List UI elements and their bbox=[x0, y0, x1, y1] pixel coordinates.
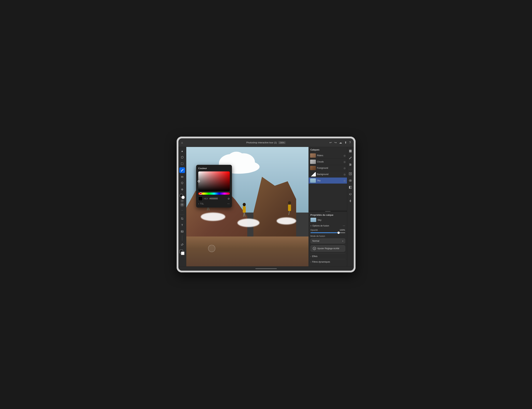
doc-title: Photoshop interactive tour (1) bbox=[246, 141, 277, 144]
layer-visibility-clouds[interactable]: ◎ bbox=[343, 161, 346, 163]
blend-mode-value: Normal bbox=[313, 240, 319, 242]
image-tool[interactable] bbox=[179, 229, 185, 234]
blend-options-label: Options de fusion bbox=[313, 225, 329, 227]
layer-item-riders[interactable]: Riders ◎ bbox=[309, 153, 347, 159]
color-preview-box[interactable] bbox=[198, 196, 203, 201]
svg-rect-0 bbox=[181, 163, 183, 165]
eyedropper-tool[interactable] bbox=[179, 242, 185, 248]
color-picker-panel: Couleur HEX #000000 ⊘ › bbox=[196, 165, 232, 208]
blend-options-more[interactable]: ··· bbox=[343, 224, 345, 227]
canvas-area[interactable]: Couleur HEX #000000 ⊘ › bbox=[186, 147, 308, 266]
eraser-tool[interactable] bbox=[179, 174, 185, 180]
hex-row: HEX #000000 ⊘ bbox=[198, 196, 230, 201]
layers-title: Calques bbox=[311, 148, 320, 151]
layer-thumb-foreground bbox=[310, 166, 316, 170]
layer-item-foreground[interactable]: Foreground ◎ bbox=[309, 165, 347, 171]
effects-section[interactable]: › Effets bbox=[311, 254, 345, 259]
rider-right bbox=[285, 201, 294, 219]
help-icon[interactable]: ? bbox=[349, 141, 351, 144]
crop-tool[interactable] bbox=[179, 216, 185, 221]
add-layer-icon[interactable] bbox=[348, 171, 353, 176]
zoom-badge[interactable]: 236% bbox=[278, 141, 286, 144]
blend-options-toggle[interactable]: ▾ bbox=[311, 225, 311, 227]
tsl-row[interactable]: › TSL ··· bbox=[198, 202, 230, 205]
layer-item-background[interactable]: Background ◎ bbox=[309, 171, 347, 178]
layers-panel-icon[interactable] bbox=[348, 148, 353, 154]
history-icon[interactable] bbox=[348, 191, 353, 197]
selected-layer-row: Sky bbox=[311, 218, 345, 222]
foreground-color-swatch[interactable] bbox=[180, 194, 185, 199]
hue-slider[interactable] bbox=[198, 192, 230, 195]
effects-label: Effets bbox=[312, 255, 317, 258]
svg-rect-26 bbox=[349, 150, 352, 151]
bottom-color-swatches[interactable] bbox=[180, 250, 185, 255]
blend-options-header[interactable]: ▾ Options de fusion ··· bbox=[311, 224, 345, 227]
eyedropper-icon[interactable]: ⊘ bbox=[228, 197, 230, 200]
side-divider bbox=[348, 169, 352, 169]
svg-point-23 bbox=[288, 201, 291, 204]
select-tool[interactable]: ▲ bbox=[179, 148, 185, 154]
hue-cursor[interactable] bbox=[200, 192, 202, 195]
svg-line-22 bbox=[244, 213, 245, 217]
blend-mode-label: Mode de fusion bbox=[311, 235, 325, 237]
svg-point-40 bbox=[350, 180, 351, 181]
layer-visibility-sky[interactable]: ◎ bbox=[343, 179, 346, 182]
tsl-expand-icon[interactable]: › bbox=[198, 202, 199, 205]
hex-value[interactable]: #000000 bbox=[209, 197, 218, 200]
color-spectrum[interactable] bbox=[198, 172, 230, 191]
brush-settings-icon[interactable] bbox=[348, 155, 353, 161]
cloud-icon[interactable]: ☁ bbox=[339, 141, 342, 144]
top-bar-center: Photoshop interactive tour (1) 236% bbox=[246, 141, 286, 144]
tsl-more-icon[interactable]: ··· bbox=[227, 202, 230, 205]
svg-point-33 bbox=[350, 164, 350, 164]
selected-layer-name: Sky bbox=[318, 219, 322, 221]
svg-point-19 bbox=[243, 203, 246, 206]
adjustments-icon[interactable] bbox=[348, 162, 353, 167]
home-indicator[interactable] bbox=[255, 268, 277, 269]
bottom-bar bbox=[178, 266, 354, 271]
layer-visibility-riders[interactable]: ◎ bbox=[343, 154, 346, 157]
spectrum-cursor[interactable] bbox=[198, 180, 200, 182]
opacity-row: Opacité 100% bbox=[311, 229, 345, 231]
opacity-knob[interactable] bbox=[337, 231, 340, 234]
heal-tool[interactable] bbox=[179, 187, 185, 192]
rider-mid bbox=[240, 202, 248, 221]
brush-preview bbox=[180, 202, 184, 207]
clone-stamp-tool[interactable] bbox=[179, 180, 185, 186]
svg-line-25 bbox=[289, 211, 290, 215]
opacity-label: Opacité bbox=[311, 229, 318, 231]
toolbar-divider bbox=[180, 214, 184, 215]
layer-item-sky[interactable]: Sky ◎ bbox=[309, 178, 347, 184]
undo-icon[interactable]: ↩ bbox=[329, 141, 332, 144]
properties-title: Propriétés du calque bbox=[311, 214, 345, 216]
svg-point-1 bbox=[181, 171, 182, 172]
main-area: ▲ bbox=[178, 147, 354, 266]
tablet-screen: ⌂ Photoshop interactive tour (1) 236% ↩ … bbox=[178, 138, 354, 271]
layer-visibility-foreground[interactable]: ◎ bbox=[343, 167, 346, 169]
svg-point-29 bbox=[349, 159, 350, 159]
brush-size-indicator[interactable]: 13 bbox=[180, 200, 184, 202]
svg-point-35 bbox=[350, 165, 350, 166]
add-adjustment-button[interactable]: ⊕ Ajouter Réglage écrêté bbox=[311, 245, 345, 252]
type-tool[interactable]: T bbox=[179, 222, 185, 228]
visibility-icon[interactable] bbox=[348, 178, 353, 183]
more-tools-button[interactable]: ··· bbox=[179, 207, 185, 213]
redo-icon[interactable]: ↪ bbox=[334, 141, 337, 144]
dynamic-filters-section[interactable]: › Filtres dynamiques bbox=[311, 259, 345, 264]
effects-arrow: › bbox=[311, 255, 311, 257]
home-icon[interactable]: ⌂ bbox=[181, 141, 183, 144]
lightning-icon[interactable] bbox=[348, 198, 353, 204]
lasso-tool[interactable] bbox=[179, 155, 185, 160]
svg-point-4 bbox=[181, 182, 183, 184]
layer-item-clouds[interactable]: Clouds ◎ bbox=[309, 159, 347, 165]
mask-icon[interactable] bbox=[348, 185, 353, 190]
layer-visibility-background[interactable]: ◎ bbox=[343, 173, 346, 176]
brush-tool[interactable] bbox=[179, 167, 185, 173]
opacity-slider[interactable] bbox=[311, 232, 345, 233]
selection-tool[interactable] bbox=[179, 161, 185, 167]
layer-thumb-background bbox=[310, 172, 316, 176]
layer-name-background: Background bbox=[317, 173, 342, 175]
share-icon[interactable]: ⬆ bbox=[344, 141, 347, 144]
blend-mode-select[interactable]: Normal ▾ bbox=[311, 238, 345, 244]
color-picker-title: Couleur bbox=[198, 167, 230, 170]
